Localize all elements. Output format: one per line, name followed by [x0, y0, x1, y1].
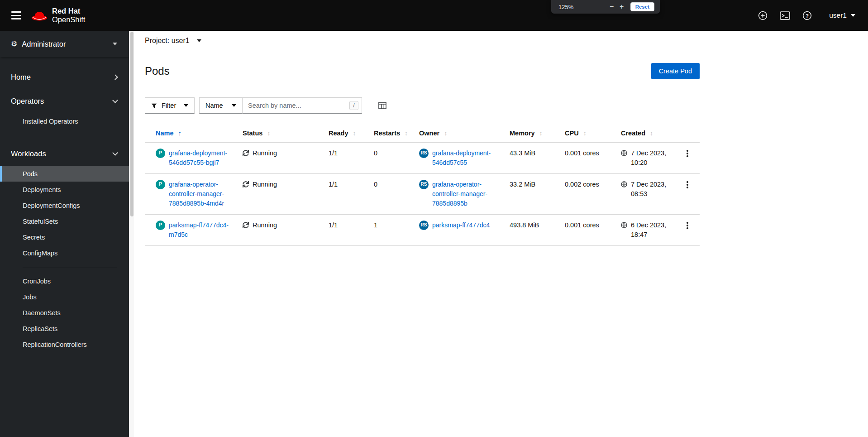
created-cell: 7 Dec 2023, 08:53	[614, 174, 675, 214]
terminal-button[interactable]	[780, 11, 790, 20]
shortcut-key-hint: /	[349, 101, 358, 110]
quick-create-button[interactable]	[758, 11, 768, 20]
brand-line2: OpenShift	[52, 15, 85, 24]
sort-icon: ↕	[539, 130, 543, 137]
sidebar-subitem[interactable]: DeploymentConfigs	[0, 197, 129, 213]
owner-link[interactable]: parksmap-ff7477dc4	[432, 221, 490, 230]
sidebar-subitem[interactable]: Pods	[0, 166, 129, 182]
hamburger-icon	[11, 11, 21, 13]
pod-name-link[interactable]: parksmap-ff7477dc4-m7d5c	[169, 221, 232, 240]
search-attribute-dropdown[interactable]: Name	[199, 97, 243, 114]
zoom-in-button[interactable]: +	[617, 2, 627, 12]
masthead: Red Hat OpenShift ? user1	[0, 0, 868, 31]
sync-running-icon	[243, 222, 249, 228]
sidebar-nav: ⚙ Administrator Home Operators Installed…	[0, 31, 129, 437]
search-box: /	[242, 97, 362, 114]
sidebar-subitem[interactable]: Jobs	[0, 289, 129, 305]
sidebar-subitem[interactable]: ReplicaSets	[0, 321, 129, 336]
replicaset-badge: RS	[419, 149, 429, 158]
row-actions-kebab-button[interactable]	[682, 149, 693, 160]
help-button[interactable]: ?	[802, 11, 812, 20]
column-header-cpu[interactable]: CPU ↕	[558, 124, 614, 142]
perspective-switcher[interactable]: ⚙ Administrator	[0, 31, 129, 57]
timestamp-globe-icon	[621, 181, 627, 187]
restarts-cell: 0	[367, 174, 412, 214]
nav-toggle-button[interactable]	[11, 10, 23, 20]
status-cell: Running	[235, 215, 321, 245]
sort-icon: ↕	[405, 130, 408, 137]
name-cell: P grafana-deployment-546dd57c55-bgjl7	[145, 143, 235, 173]
status-cell: Running	[235, 174, 321, 214]
chevron-down-icon	[197, 39, 201, 42]
scrollbar-thumb[interactable]	[130, 32, 134, 216]
nav-divider	[23, 267, 117, 267]
column-header-status[interactable]: Status ↕	[235, 124, 321, 142]
column-header-created[interactable]: Created ↕	[614, 124, 675, 142]
row-actions-kebab-button[interactable]	[682, 180, 693, 192]
sidebar-subitem-label: Jobs	[23, 293, 37, 301]
nav-section-label: Workloads	[11, 149, 46, 158]
user-menu[interactable]: user1	[829, 11, 855, 19]
sidebar-item-operators[interactable]: Operators	[0, 89, 129, 113]
columns-icon	[378, 102, 386, 109]
sidebar-subitem[interactable]: Secrets	[0, 229, 129, 245]
cpu-cell: 0.001 cores	[558, 143, 614, 173]
pod-badge: P	[156, 149, 165, 158]
actions-cell	[675, 215, 700, 245]
create-pod-button[interactable]: Create Pod	[651, 63, 700, 79]
column-header-name[interactable]: Name ↑	[145, 124, 235, 142]
sidebar-subitem-label: Deployments	[23, 186, 61, 193]
sidebar-subitem[interactable]: StatefulSets	[0, 213, 129, 229]
sidebar-item-workloads[interactable]: Workloads	[0, 142, 129, 166]
search-input[interactable]	[242, 97, 362, 114]
sidebar-subitem[interactable]: Installed Operators	[0, 113, 129, 129]
sidebar-subitem[interactable]: Deployments	[0, 182, 129, 197]
owner-link[interactable]: grafana-operator-controller-manager-7885…	[432, 180, 499, 208]
owner-link[interactable]: grafana-deployment-546dd57c55	[432, 149, 499, 168]
sidebar-subitem-label: DeploymentConfigs	[23, 202, 80, 209]
sidebar-subitem-label: Pods	[23, 170, 38, 178]
column-header-restarts[interactable]: Restarts ↕	[367, 124, 412, 142]
sidebar-subitem[interactable]: DaemonSets	[0, 305, 129, 321]
restarts-cell: 0	[367, 143, 412, 173]
question-circle-icon: ?	[802, 11, 812, 20]
manage-columns-button[interactable]	[378, 102, 386, 109]
page-title: Pods	[145, 65, 170, 77]
column-header-owner[interactable]: Owner ↕	[412, 124, 502, 142]
column-header-memory[interactable]: Memory ↕	[502, 124, 558, 142]
project-selector-label: Project: user1	[145, 37, 190, 45]
nav-section-label: Home	[11, 73, 31, 82]
pod-name-link[interactable]: grafana-operator-controller-manager-7885…	[169, 180, 232, 208]
sidebar-subitem[interactable]: ReplicationControllers	[0, 336, 129, 352]
redhat-hat-icon	[31, 10, 48, 22]
table-row: P parksmap-ff7477dc4-m7d5c Running 1/1 1	[145, 215, 700, 246]
memory-cell: 33.2 MiB	[502, 174, 558, 214]
sidebar-subitem[interactable]: CronJobs	[0, 273, 129, 289]
zoom-reset-button[interactable]: Reset	[630, 2, 654, 11]
name-cell: P grafana-operator-controller-manager-78…	[145, 174, 235, 214]
sidebar-scrollbar[interactable]	[129, 31, 134, 437]
row-actions-kebab-button[interactable]	[682, 221, 693, 232]
pod-badge: P	[156, 180, 165, 189]
ready-cell: 1/1	[321, 174, 367, 214]
chevron-right-icon	[112, 74, 118, 80]
sidebar-subitem-label: ReplicaSets	[23, 325, 57, 332]
table-row: P grafana-deployment-546dd57c55-bgjl7 Ru…	[145, 143, 700, 174]
project-selector[interactable]: Project: user1	[134, 31, 868, 51]
owner-cell: RS grafana-operator-controller-manager-7…	[412, 174, 502, 214]
sidebar-subitem-label: ConfigMaps	[23, 250, 57, 257]
column-header-ready[interactable]: Ready ↕	[321, 124, 367, 142]
sidebar-subitem[interactable]: ConfigMaps	[0, 245, 129, 261]
timestamp-globe-icon	[621, 222, 627, 228]
filter-dropdown[interactable]: Filter	[145, 97, 195, 114]
pod-name-link[interactable]: grafana-deployment-546dd57c55-bgjl7	[169, 149, 232, 168]
operators-subnav: Installed Operators	[0, 113, 129, 135]
search-attribute-label: Name	[205, 102, 223, 109]
sidebar-item-home[interactable]: Home	[0, 65, 129, 89]
workloads-subnav-bottom: CronJobs Jobs DaemonSets ReplicaSets Rep…	[0, 273, 129, 352]
sort-asc-icon: ↑	[178, 129, 182, 137]
nav-list: Home Operators	[0, 57, 129, 113]
status-cell: Running	[235, 143, 321, 173]
zoom-out-button[interactable]: −	[607, 2, 617, 12]
table-row: P grafana-operator-controller-manager-78…	[145, 174, 700, 215]
